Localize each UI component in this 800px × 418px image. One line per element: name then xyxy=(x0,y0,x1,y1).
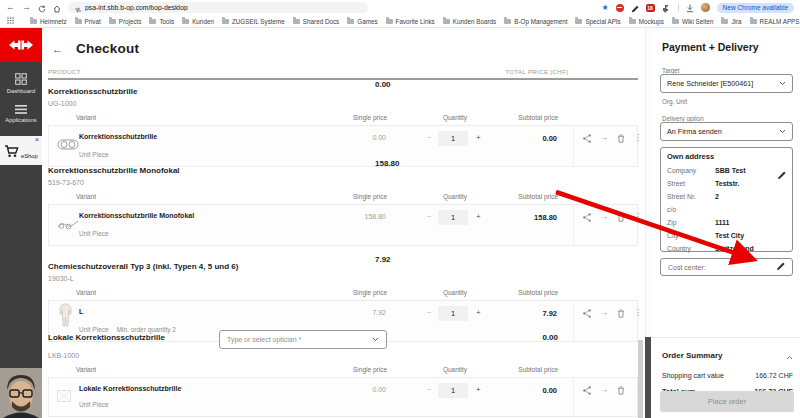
home-icon[interactable] xyxy=(53,0,61,17)
column-product: PRODUCT xyxy=(48,68,81,75)
edit-cost-center-pencil-icon[interactable] xyxy=(776,262,785,272)
downloader-extension-icon[interactable]: 18 xyxy=(646,4,655,12)
street-nr-value: 2 xyxy=(715,193,719,200)
col-variant: Variant xyxy=(76,114,96,121)
browser-nav-row: ← → psa-int.sbb.b-op.com/bop-desktop ★ 1… xyxy=(0,0,800,15)
bookmark-item[interactable]: B-Op Management xyxy=(504,18,567,25)
optician-select[interactable]: Type or select optician * xyxy=(219,330,387,349)
unit-label: Unit Piece xyxy=(79,401,109,408)
kebab-menu-icon[interactable]: ⋮ xyxy=(634,213,642,221)
bookmark-item[interactable]: Privat xyxy=(75,18,101,25)
bookmark-item[interactable]: Special APIs xyxy=(575,18,620,25)
quantity-increase-button[interactable]: + xyxy=(476,133,481,142)
back-icon[interactable]: ← xyxy=(6,3,15,12)
share-icon[interactable] xyxy=(583,309,591,320)
extensions-puzzle-icon[interactable] xyxy=(662,0,671,17)
main-scrollbar[interactable] xyxy=(638,340,643,418)
move-icon[interactable]: → xyxy=(600,213,608,221)
kebab-menu-icon[interactable]: ⋮ xyxy=(634,309,642,317)
bookmark-item[interactable]: Jira xyxy=(721,18,741,25)
adblock-extension-icon[interactable] xyxy=(616,4,624,12)
collapse-chevron-up-icon[interactable] xyxy=(786,346,793,364)
quantity-input[interactable]: 1 xyxy=(438,131,468,146)
delivery-option-select[interactable]: An Firma senden xyxy=(660,122,793,141)
folder-icon xyxy=(629,19,636,24)
close-icon[interactable]: × xyxy=(35,136,39,143)
cost-center-field[interactable]: Cost center: xyxy=(660,258,793,276)
bookmark-item[interactable]: REALM APPS xyxy=(750,18,800,25)
bookmarks-bar: Heimnetz Privat Projects Tools Kunden ZU… xyxy=(0,15,800,27)
quantity-input[interactable]: 1 xyxy=(438,383,468,398)
panel-scrollbar-thumb[interactable] xyxy=(645,337,651,418)
site-info-icon[interactable] xyxy=(75,0,81,17)
share-icon[interactable] xyxy=(583,213,591,224)
move-icon[interactable]: → xyxy=(600,309,608,317)
reload-icon[interactable] xyxy=(38,0,46,17)
back-button[interactable]: ← xyxy=(52,43,63,55)
quantity-increase-button[interactable]: + xyxy=(476,212,481,221)
trash-icon[interactable] xyxy=(617,386,625,397)
col-quantity: Quantity xyxy=(433,193,477,200)
url-bar[interactable]: psa-int.sbb.b-op.com/bop-desktop xyxy=(68,2,368,13)
bookmark-item[interactable]: Kunden xyxy=(182,18,214,25)
bookmark-item[interactable]: Wiki Seiten xyxy=(672,18,714,25)
bookmark-item[interactable]: Shared Docs xyxy=(293,18,339,25)
folder-icon xyxy=(504,19,511,24)
col-single-price: Single price xyxy=(353,289,387,296)
org-unit-label: Org. Unit xyxy=(662,98,687,105)
share-icon[interactable] xyxy=(583,134,591,145)
quantity-decrease-button[interactable]: − xyxy=(427,385,432,394)
bookmark-item[interactable]: Kunden Boards xyxy=(443,18,496,25)
user-photo[interactable] xyxy=(0,368,42,418)
bookmark-item[interactable]: Tools xyxy=(149,18,174,25)
bookmark-item[interactable]: Mockups xyxy=(629,18,664,25)
trash-icon[interactable] xyxy=(617,134,625,145)
target-select[interactable]: Rene Schneider [E500461] xyxy=(660,74,793,93)
variant-name: Korrektionsschutzbrille Monofokal xyxy=(79,212,194,219)
quantity-decrease-button[interactable]: − xyxy=(427,212,432,221)
variant-name: L xyxy=(79,308,83,315)
bookmark-item[interactable]: ZUGSEIL Systeme xyxy=(222,18,285,25)
cost-center-label: Cost center: xyxy=(668,264,706,271)
street-label: Street xyxy=(667,180,715,187)
sidebar-item-dashboard[interactable]: Dashboard xyxy=(0,73,42,94)
sidebar-item-applications[interactable]: Applications xyxy=(0,105,42,123)
downloads-icon[interactable] xyxy=(686,0,694,17)
screen: ← → psa-int.sbb.b-op.com/bop-desktop ★ 1… xyxy=(0,0,800,418)
quantity-increase-button[interactable]: + xyxy=(476,385,481,394)
trash-icon[interactable] xyxy=(617,213,625,224)
bookmark-item[interactable]: Projects xyxy=(109,18,142,25)
move-icon[interactable]: → xyxy=(600,386,608,394)
forward-icon[interactable]: → xyxy=(22,3,31,12)
apps-grid-icon[interactable] xyxy=(7,17,14,25)
product-group: Lokale Korrektionsschutzbrille Type or s… xyxy=(48,330,638,417)
place-order-button[interactable]: Place order xyxy=(660,391,794,412)
col-single-price: Single price xyxy=(353,193,387,200)
profile-avatar[interactable] xyxy=(701,3,710,12)
trash-icon[interactable] xyxy=(617,309,625,320)
quantity-decrease-button[interactable]: − xyxy=(427,308,432,317)
bookmark-item[interactable]: Favorite Links xyxy=(386,18,435,25)
sbb-logo[interactable] xyxy=(0,28,42,62)
bookmark-star-icon[interactable]: ★ xyxy=(601,3,608,12)
company-value: SBB Test xyxy=(715,167,746,174)
move-icon[interactable]: → xyxy=(600,134,608,142)
sidebar-item-eshop-active[interactable]: × eShop xyxy=(0,136,42,165)
share-icon[interactable] xyxy=(583,386,591,397)
quantity-increase-button[interactable]: + xyxy=(476,308,481,317)
kebab-menu-icon[interactable]: ⋮ xyxy=(634,134,642,142)
bookmark-item[interactable]: Games xyxy=(347,18,377,25)
unit-label: Unit Piece xyxy=(79,151,109,158)
quantity-decrease-button[interactable]: − xyxy=(427,133,432,142)
variant-name: Lokale Korrektionsschutzbrille xyxy=(79,385,181,392)
chrome-update-chip[interactable]: New Chrome available xyxy=(717,3,794,13)
product-name: Korrektionsschutzbrille Monofokal xyxy=(48,166,180,175)
page-title: Checkout xyxy=(76,41,139,56)
edit-address-pencil-icon[interactable] xyxy=(777,166,786,184)
city-label: City xyxy=(667,232,715,239)
bookmark-item[interactable]: Heimnetz xyxy=(30,18,67,25)
pen-extension-icon[interactable] xyxy=(631,0,639,17)
product-sku: 19030-L xyxy=(48,275,638,282)
quantity-input[interactable]: 1 xyxy=(438,306,468,321)
quantity-input[interactable]: 1 xyxy=(438,210,468,225)
